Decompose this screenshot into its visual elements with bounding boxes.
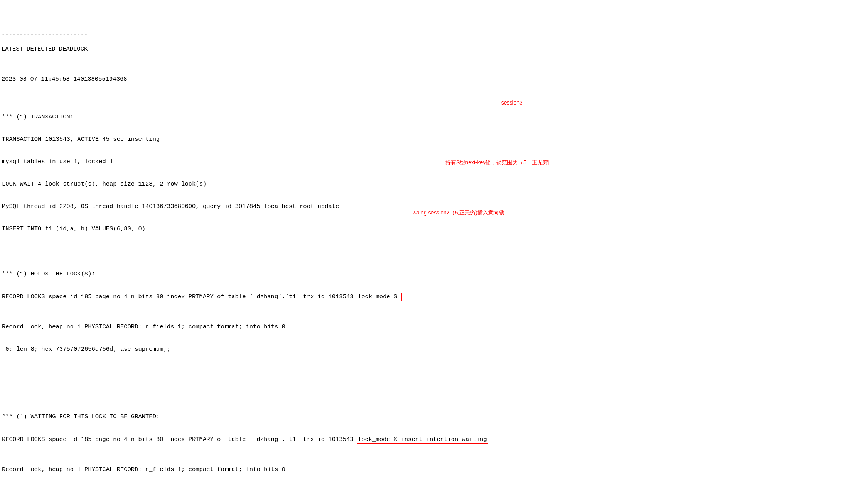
tx1-wait-row1: RECORD LOCKS space id 185 page no 4 n bi… xyxy=(2,436,541,444)
header-timestamp: 2023-08-07 11:45:58 140138055194368 xyxy=(2,76,868,83)
header-dashes-top: ------------------------ xyxy=(2,31,868,38)
tx1-wait-title: *** (1) WAITING FOR THIS LOCK TO BE GRAN… xyxy=(2,413,541,420)
lock-mode-s-box: lock mode S xyxy=(354,293,402,301)
transaction-1-block: session3 *** (1) TRANSACTION: TRANSACTIO… xyxy=(2,91,541,488)
tx1-line-insert: INSERT INTO t1 (id,a, b) VALUES(6,80, 0) xyxy=(2,225,541,233)
tx1-header: *** (1) TRANSACTION: xyxy=(2,113,541,121)
tx1-wait-row2: Record lock, heap no 1 PHYSICAL RECORD: … xyxy=(2,466,541,473)
tx1-holds-prefix: RECORD LOCKS space id 185 page no 4 n bi… xyxy=(2,293,354,300)
tx1-line-lockwait: LOCK WAIT 4 lock struct(s), heap size 11… xyxy=(2,181,541,188)
tx1-line-active: TRANSACTION 1013543, ACTIVE 45 sec inser… xyxy=(2,136,541,143)
annotation-waiting-session2: waing session2（5,正无穷)插入意向锁 xyxy=(413,209,504,216)
session3-label: session3 xyxy=(501,100,522,106)
tx1-wait-prefix: RECORD LOCKS space id 185 page no 4 n bi… xyxy=(2,436,357,443)
header-title: LATEST DETECTED DEADLOCK xyxy=(2,46,868,53)
tx1-holds-title: *** (1) HOLDS THE LOCK(S): xyxy=(2,270,541,278)
tx1-holds-row3: 0: len 8; hex 73757072656d756d; asc supr… xyxy=(2,346,541,353)
lock-mode-x-box: lock_mode X insert intention waiting xyxy=(357,436,488,444)
tx1-holds-row2: Record lock, heap no 1 PHYSICAL RECORD: … xyxy=(2,323,541,331)
annotation-s-nextkey: 持有S型next-key锁，锁范围为（5，正无穷] xyxy=(445,159,549,166)
header-dashes-bottom: ------------------------ xyxy=(2,61,868,68)
tx1-holds-row1: RECORD LOCKS space id 185 page no 4 n bi… xyxy=(2,293,541,301)
